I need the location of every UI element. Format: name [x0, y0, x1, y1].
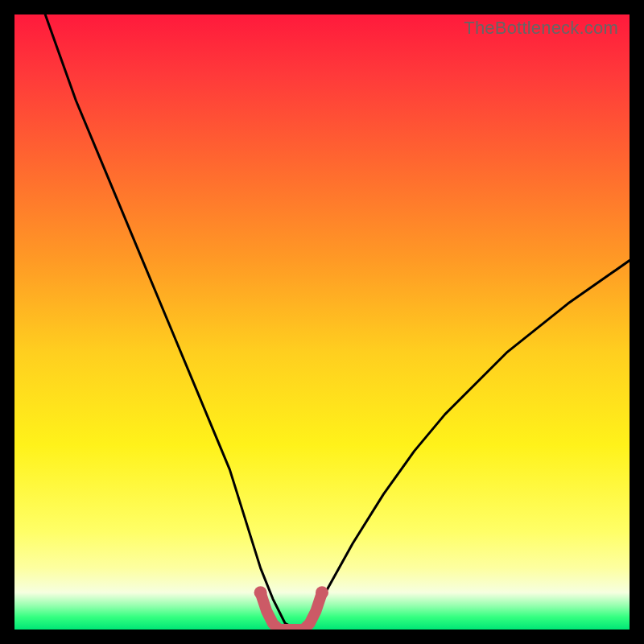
bottom-marker-path	[261, 592, 322, 630]
marker-dot	[254, 586, 267, 599]
plot-area: TheBottleneck.com	[14, 14, 630, 630]
chart-svg	[14, 14, 630, 630]
marker-dot	[316, 586, 328, 599]
chart-frame: TheBottleneck.com	[0, 0, 644, 644]
bottleneck-curve-path	[45, 14, 630, 630]
